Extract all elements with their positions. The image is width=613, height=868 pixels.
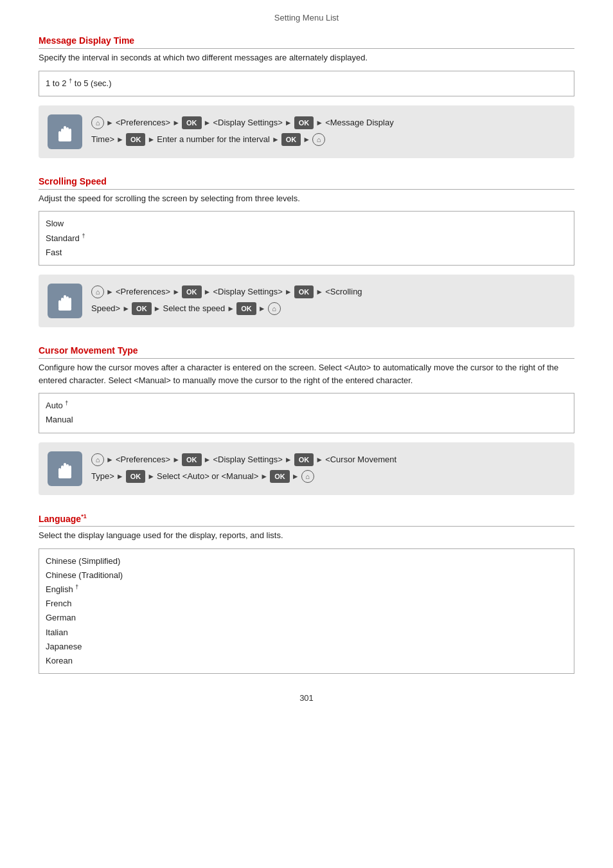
instruction-text-part: <Message Display <box>325 114 394 131</box>
svg-rect-2 <box>66 127 69 139</box>
hand-icon <box>48 451 82 486</box>
arrow-icon: ► <box>106 115 114 131</box>
arrow-icon: ► <box>315 452 323 467</box>
instruction-text-part: <Display Settings> <box>213 114 282 131</box>
arrow-icon: ► <box>272 132 280 147</box>
title-superscript: *1 <box>81 513 87 520</box>
arrow-icon: ► <box>204 115 211 131</box>
arrow-icon: ► <box>204 284 211 300</box>
option-item: French <box>46 597 567 611</box>
instruction-line: Time> ► OK ► Enter a number for the inte… <box>91 131 394 148</box>
instruction-text-part: <Cursor Movement <box>325 451 396 468</box>
ok-button-icon: OK <box>182 453 202 466</box>
instruction-text-block: ⌂ ► <Preferences> ► OK ► <Display Settin… <box>91 284 362 317</box>
arrow-icon: ► <box>106 284 114 300</box>
instruction-line: Type> ► OK ► Select <Auto> or <Manual> ►… <box>91 468 396 485</box>
instruction-text-part: Select <Auto> or <Manual> <box>157 468 258 485</box>
svg-rect-1 <box>64 126 66 139</box>
arrow-icon: ► <box>315 284 323 300</box>
page-title: Setting Menu List <box>39 13 574 23</box>
instruction-line: ⌂ ► <Preferences> ► OK ► <Display Settin… <box>91 451 396 468</box>
arrow-icon: ► <box>122 301 130 316</box>
instruction-text-part: Speed> <box>91 300 120 317</box>
option-item: Japanese <box>46 640 567 654</box>
arrow-icon: ► <box>260 469 268 484</box>
arrow-icon: ► <box>172 452 180 467</box>
instruction-text-block: ⌂ ► <Preferences> ► OK ► <Display Settin… <box>91 451 396 485</box>
svg-rect-7 <box>64 295 66 308</box>
svg-rect-14 <box>66 464 69 476</box>
option-item: Fast <box>46 246 567 260</box>
options-box: Auto †Manual <box>39 393 574 433</box>
arrow-icon: ► <box>147 132 155 147</box>
instruction-text-part: Select the speed <box>163 300 225 317</box>
section-title: Message Display Time <box>39 35 574 49</box>
options-box: Chinese (Simplified)Chinese (Traditional… <box>39 548 574 674</box>
home-icon: ⌂ <box>91 116 104 129</box>
arrow-icon: ► <box>204 452 211 467</box>
svg-rect-12 <box>61 466 64 476</box>
svg-rect-16 <box>69 466 71 476</box>
arrow-icon: ► <box>285 452 292 467</box>
ok-button-icon: OK <box>281 133 301 146</box>
section-title: Cursor Movement Type <box>39 345 574 359</box>
arrow-icon: ► <box>172 115 180 131</box>
option-dagger: † <box>69 78 72 84</box>
options-box: 1 to 2 † to 5 (sec.) <box>39 71 574 96</box>
arrow-icon: ► <box>172 284 180 300</box>
ok-button-icon: OK <box>270 470 290 483</box>
instruction-line: Speed> ► OK ► Select the speed ► OK ► ⌂ <box>91 300 362 317</box>
instruction-text-part: Type> <box>91 468 114 485</box>
arrow-icon: ► <box>227 301 235 316</box>
hand-icon <box>48 284 82 318</box>
section-description: Adjust the speed for scrolling the scree… <box>39 192 574 205</box>
instruction-text-part: <Scrolling <box>325 284 362 300</box>
svg-rect-4 <box>69 129 71 139</box>
ok-button-icon: OK <box>294 453 314 466</box>
instruction-text-part: <Preferences> <box>116 284 170 300</box>
arrow-icon: ► <box>285 115 292 131</box>
section-scrolling-speed: Scrolling SpeedAdjust the speed for scro… <box>39 176 574 327</box>
home-icon: ⌂ <box>268 302 281 315</box>
arrow-icon: ► <box>147 469 155 484</box>
svg-rect-6 <box>61 298 64 308</box>
instruction-box: ⌂ ► <Preferences> ► OK ► <Display Settin… <box>39 442 574 495</box>
section-description: Specify the interval in seconds at which… <box>39 51 574 64</box>
section-language: Language*1Select the display language us… <box>39 513 574 674</box>
option-item: Korean <box>46 654 567 668</box>
options-box: SlowStandard †Fast <box>39 211 574 266</box>
svg-rect-13 <box>64 463 66 476</box>
option-dagger: † <box>75 584 78 590</box>
home-icon: ⌂ <box>301 470 314 483</box>
option-item: Standard † <box>46 231 567 246</box>
section-message-display-time: Message Display TimeSpecify the interval… <box>39 35 574 158</box>
arrow-icon: ► <box>292 469 299 484</box>
option-item: Auto † <box>46 399 567 413</box>
option-dagger: † <box>65 400 68 406</box>
svg-rect-10 <box>69 298 71 308</box>
option-item: Chinese (Traditional) <box>46 568 567 583</box>
instruction-text-block: ⌂ ► <Preferences> ► OK ► <Display Settin… <box>91 114 394 148</box>
svg-rect-0 <box>61 129 64 139</box>
ok-button-icon: OK <box>132 302 152 315</box>
instruction-text-part: <Preferences> <box>116 114 170 131</box>
arrow-icon: ► <box>258 301 266 316</box>
instruction-box: ⌂ ► <Preferences> ► OK ► <Display Settin… <box>39 105 574 158</box>
svg-rect-17 <box>58 475 71 478</box>
section-cursor-movement-type: Cursor Movement TypeConfigure how the cu… <box>39 345 574 495</box>
page-number: 301 <box>39 693 574 703</box>
instruction-text-part: Enter a number for the interval <box>157 131 270 148</box>
ok-button-icon: OK <box>294 285 314 298</box>
arrow-icon: ► <box>303 132 310 147</box>
instruction-text-part: <Display Settings> <box>213 451 282 468</box>
option-item: German <box>46 611 567 625</box>
home-icon: ⌂ <box>91 285 104 298</box>
home-icon: ⌂ <box>91 453 104 466</box>
home-icon: ⌂ <box>312 133 325 146</box>
section-title: Language*1 <box>39 513 574 527</box>
ok-button-icon: OK <box>126 470 146 483</box>
svg-rect-5 <box>58 138 71 141</box>
section-description: Select the display language used for the… <box>39 529 574 542</box>
instruction-text-part: Time> <box>91 131 114 148</box>
ok-button-icon: OK <box>294 116 314 129</box>
